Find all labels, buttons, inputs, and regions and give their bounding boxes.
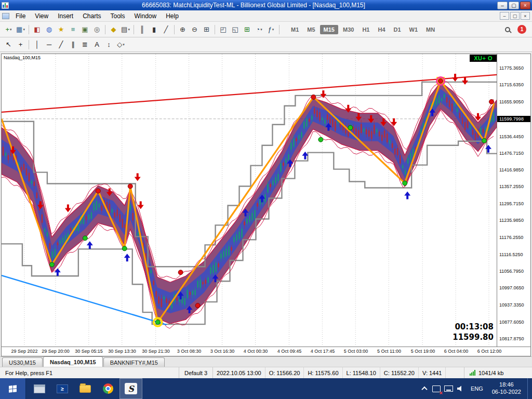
time-label: 4 Oct 17:45	[306, 349, 339, 354]
status-profile[interactable]: Default 3	[179, 367, 213, 378]
timeframe-m5[interactable]: M5	[303, 25, 318, 34]
vertical-line-button[interactable]: │	[31, 39, 43, 50]
tile-windows-button[interactable]: ⊞	[201, 24, 212, 35]
taskbar-item-server-manager[interactable]	[28, 378, 51, 399]
restore-button[interactable]: ▢	[509, 2, 519, 9]
trendline-button[interactable]: ╱	[55, 39, 67, 50]
arrange-cascade-button[interactable]: ◱	[229, 24, 241, 35]
terminal-button[interactable]: ▣	[79, 24, 91, 35]
notification-badge[interactable]: 1	[517, 25, 526, 34]
menu-insert[interactable]: Insert	[53, 11, 78, 21]
time-axis[interactable]: 29 Sep 202229 Sep 20:0030 Sep 05:1530 Se…	[2, 347, 530, 356]
time-label: 3 Oct 16:30	[206, 349, 239, 354]
menu-file[interactable]: File	[11, 11, 30, 21]
quote-part-3: L: 11548.10	[343, 367, 380, 378]
taskbar-item-powershell[interactable]	[51, 378, 74, 399]
bar-chart-button[interactable]: ║	[136, 24, 148, 35]
trendline-icon: ╱	[59, 41, 63, 48]
zoom-in-button[interactable]: ⊕	[177, 24, 189, 35]
price-label: 10937.3350	[499, 302, 524, 308]
arrow-objects-button[interactable]: ↕	[103, 39, 115, 50]
timeframe-group: M1M5M15M30H1H4D1W1MN	[287, 25, 439, 34]
timeframe-mn[interactable]: MN	[422, 25, 438, 34]
search-icon	[505, 27, 510, 32]
time-label: 6 Oct 04:00	[440, 349, 473, 354]
crosshair-button[interactable]: +	[15, 39, 26, 50]
time-label: 4 Oct 00:30	[239, 349, 272, 354]
time-label: 5 Oct 11:00	[373, 349, 406, 354]
indicator-overlay-label[interactable]: XU+ O	[470, 55, 497, 62]
show-desktop-button[interactable]	[527, 378, 531, 399]
data-window-button[interactable]: ◍	[43, 24, 55, 35]
toolbar-separator	[134, 25, 134, 34]
hidden-icons-icon[interactable]	[420, 384, 430, 394]
timeframe-m30[interactable]: M30	[339, 25, 357, 34]
zoom-out-button[interactable]: ⊖	[189, 24, 201, 35]
navigator-button[interactable]: ≡	[67, 24, 79, 35]
candle-chart-button[interactable]: ▮	[148, 24, 160, 35]
status-quote: 2022.10.05 13:00O: 11566.20H: 11575.60L:…	[213, 367, 464, 378]
find-symbol-button[interactable]: ◎	[91, 24, 103, 35]
chart-tab-us30-m15[interactable]: US30,M15	[2, 357, 43, 367]
timeframe-m1[interactable]: M1	[287, 25, 302, 34]
file-explorer-icon	[79, 385, 91, 393]
menu-tools[interactable]: Tools	[106, 11, 130, 21]
taskbar-item-chrome[interactable]	[97, 378, 119, 399]
mdi-close-button[interactable]: ×	[521, 12, 530, 20]
toolbar-separator	[215, 25, 215, 34]
time-label: 4 Oct 09:45	[273, 349, 306, 354]
equidistant-channel-button[interactable]: ∥	[67, 39, 79, 50]
mdi-minimize-button[interactable]: –	[500, 12, 509, 20]
indicators-button[interactable]: ƒ▾	[265, 24, 277, 35]
fibonacci-retracement-button[interactable]: ≣	[79, 39, 91, 50]
print-button[interactable]: ▤▾	[119, 24, 131, 35]
toolbar-separator	[29, 25, 29, 34]
price-label: 11655.9050	[499, 99, 524, 104]
language-indicator[interactable]: ENG	[467, 385, 487, 392]
menu-window[interactable]: Window	[130, 11, 162, 21]
timeframe-h4[interactable]: H4	[374, 25, 389, 34]
taskbar-clock[interactable]: 18:46 06-10-2022	[487, 381, 526, 396]
close-button[interactable]: ×	[520, 2, 530, 9]
taskbar-item-s-terminal[interactable]	[119, 378, 142, 399]
start-button[interactable]	[0, 378, 26, 399]
taskbar-item-file-explorer[interactable]	[74, 378, 97, 399]
text-label-button[interactable]: A	[91, 39, 103, 50]
fill-color-icon: ◆	[111, 26, 116, 33]
chart-tab-banknifty-m15[interactable]: BANKNIFTY#,M15	[103, 357, 165, 367]
period-selector-button[interactable]: ◔▾	[253, 24, 265, 35]
market-watch-button[interactable]: ◧	[31, 24, 43, 35]
menu-help[interactable]: Help	[161, 11, 183, 21]
menu-view[interactable]: View	[30, 11, 53, 21]
search-button[interactable]	[502, 24, 513, 35]
favorites-button[interactable]: ★	[55, 24, 67, 35]
new-order-button[interactable]: ⊞	[241, 24, 253, 35]
shapes-button[interactable]: ◇▾	[115, 39, 127, 50]
chart-plot-area[interactable]: Nasdaq_100,M15 XU+ O 00:13:08 11599.80	[2, 54, 497, 347]
horizontal-line-button[interactable]: ─	[43, 39, 55, 50]
touch-keyboard-icon[interactable]	[444, 384, 454, 394]
quote-part-4: C: 11552.20	[380, 367, 419, 378]
network-error-icon[interactable]	[432, 384, 442, 394]
menu-charts[interactable]: Charts	[78, 11, 105, 21]
price-axis[interactable]: 11775.365011715.635011655.905011599.7998…	[497, 54, 530, 347]
cursor-button[interactable]: ↖	[3, 39, 15, 50]
profiles-button[interactable]: ▦▾	[15, 24, 26, 35]
dropdown-caret-icon: ▾	[260, 28, 262, 32]
minimize-button[interactable]: –	[497, 2, 508, 9]
mdi-restore-button[interactable]: ▢	[510, 12, 520, 20]
title-bar: 66665083: MatchLiquidityTest-ML - Billio…	[0, 0, 532, 10]
arrange-tile-button[interactable]: ◰	[217, 24, 229, 35]
volume-icon[interactable]	[456, 384, 466, 394]
find-symbol-icon: ◎	[94, 26, 100, 33]
timeframe-h1[interactable]: H1	[358, 25, 373, 34]
fill-color-button[interactable]: ◆	[108, 24, 119, 35]
current-price-tag[interactable]: 11599.7998	[497, 116, 530, 122]
new-chart-button[interactable]: +▾	[3, 24, 15, 35]
line-chart-button[interactable]: ╱	[160, 24, 172, 35]
tile-windows-icon: ⊞	[204, 26, 209, 33]
timeframe-d1[interactable]: D1	[390, 25, 405, 34]
timeframe-m15[interactable]: M15	[320, 25, 338, 34]
timeframe-w1[interactable]: W1	[406, 25, 422, 34]
chart-tab-nasdaq-100-m15[interactable]: Nasdaq_100,M15	[43, 356, 103, 367]
